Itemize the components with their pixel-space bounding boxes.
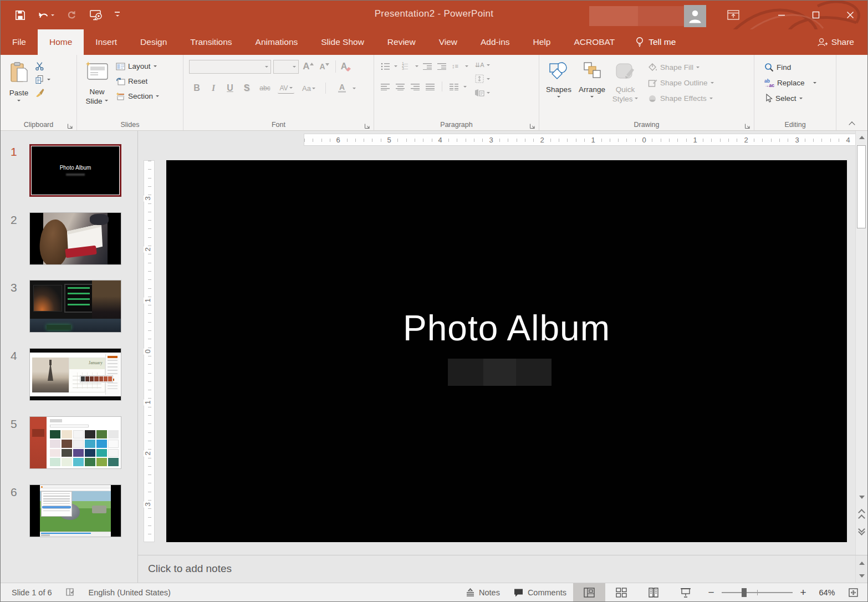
copy-dropdown-caret[interactable] [47, 79, 50, 82]
font-color-caret[interactable] [353, 88, 356, 91]
underline-button[interactable]: U [224, 83, 236, 94]
bullets-button[interactable] [380, 60, 391, 72]
tab-add-ins[interactable]: Add-ins [469, 29, 522, 55]
format-painter-button[interactable] [34, 87, 45, 98]
section-button[interactable]: Section [114, 89, 161, 103]
zoom-percentage[interactable]: 64% [813, 588, 841, 597]
select-button[interactable]: Select [762, 91, 834, 105]
editor-vertical-scrollbar[interactable] [855, 131, 867, 555]
ribbon-display-options-button[interactable] [724, 7, 743, 23]
tab-transitions[interactable]: Transitions [178, 29, 243, 55]
justify-button[interactable] [425, 81, 436, 92]
decrease-font-size-button[interactable]: A [318, 61, 331, 72]
italic-button[interactable]: I [208, 83, 219, 94]
align-text-button[interactable] [474, 73, 485, 84]
columns-caret[interactable] [463, 86, 467, 89]
scroll-up-button[interactable] [856, 131, 867, 143]
slide-3-thumbnail[interactable] [29, 280, 121, 333]
zoom-out-button[interactable]: − [706, 586, 716, 599]
reading-view-button[interactable] [637, 583, 670, 601]
line-spacing-button[interactable]: ↕≡ [451, 60, 462, 72]
shapes-button[interactable]: Shapes [543, 58, 575, 115]
slide-4-thumbnail[interactable]: January [29, 348, 121, 401]
zoom-slider-handle[interactable] [742, 588, 747, 597]
language-indicator[interactable]: English (United States) [82, 583, 177, 601]
zoom-in-button[interactable]: + [798, 586, 808, 599]
maximize-button[interactable] [799, 1, 833, 29]
layout-button[interactable]: Layout [114, 59, 161, 73]
arrange-button[interactable]: Arrange [575, 58, 609, 115]
numbering-caret[interactable] [415, 65, 418, 69]
shape-effects-button-disabled[interactable]: Shape Effects [646, 91, 716, 105]
slide-5-thumbnail[interactable] [29, 416, 121, 469]
horizontal-ruler[interactable]: 6 5 4 3 2 1 0 1 2 3 4 5 6 [304, 134, 868, 146]
bullets-caret[interactable] [394, 65, 397, 69]
notes-scroll-up[interactable] [856, 557, 867, 569]
account-avatar[interactable] [684, 5, 706, 27]
paste-button[interactable]: Paste [4, 58, 34, 115]
notes-placeholder[interactable]: Click to add notes [148, 563, 232, 575]
tab-file[interactable]: File [1, 29, 38, 55]
cut-button[interactable] [34, 60, 45, 72]
tab-help[interactable]: Help [522, 29, 563, 55]
shape-outline-button-disabled[interactable]: Shape Outline [646, 76, 716, 90]
tab-slide-show[interactable]: Slide Show [309, 29, 376, 55]
align-center-button[interactable] [395, 81, 406, 92]
tab-review[interactable]: Review [376, 29, 427, 55]
replace-button[interactable]: ab→ac Replace [762, 76, 834, 90]
tab-view[interactable]: View [427, 29, 469, 55]
notes-toggle-button[interactable]: Notes [459, 583, 507, 601]
text-direction-button[interactable]: ⇊A [474, 59, 485, 70]
spell-check-button[interactable] [59, 583, 82, 601]
previous-slide-button[interactable] [856, 509, 867, 521]
drawing-dialog-launcher[interactable] [744, 121, 751, 128]
strikethrough-button[interactable]: abc [258, 83, 272, 94]
fit-slide-to-window-button[interactable] [841, 583, 867, 601]
tab-insert[interactable]: Insert [84, 29, 129, 55]
zoom-slider-track[interactable] [722, 592, 793, 593]
replace-caret[interactable] [813, 82, 816, 85]
normal-view-button[interactable] [573, 583, 605, 601]
tab-acrobat[interactable]: ACROBAT [562, 29, 626, 55]
align-text-caret[interactable] [487, 78, 490, 81]
next-slide-button[interactable] [856, 526, 867, 538]
smartart-caret[interactable] [487, 92, 490, 95]
minimize-button[interactable] [764, 1, 799, 29]
align-right-button[interactable] [410, 81, 421, 92]
scroll-down-button[interactable] [856, 491, 867, 503]
slide-title-text[interactable]: Photo Album [166, 308, 847, 349]
slide-6-thumbnail[interactable] [29, 484, 121, 537]
slide-1-thumbnail[interactable]: Photo Album [29, 144, 121, 197]
shape-fill-button-disabled[interactable]: Shape Fill [646, 60, 716, 74]
bold-button[interactable]: B [191, 83, 202, 94]
tell-me-box[interactable]: Tell me [626, 29, 685, 55]
text-shadow-button[interactable]: S [241, 83, 252, 94]
clipboard-dialog-launcher[interactable] [67, 121, 74, 128]
slide-sorter-view-button[interactable] [605, 583, 637, 601]
font-name-combobox[interactable] [189, 60, 271, 74]
collapse-ribbon-button[interactable] [850, 119, 859, 127]
numbering-button[interactable]: 1—2—3— [401, 60, 412, 72]
character-spacing-button[interactable]: AV [278, 83, 294, 94]
copy-button[interactable] [34, 74, 45, 85]
slide-canvas[interactable]: Photo Album [166, 160, 847, 542]
font-dialog-launcher[interactable] [364, 121, 371, 128]
text-direction-caret[interactable] [487, 64, 490, 68]
slide-subtitle-redacted[interactable] [448, 359, 552, 386]
decrease-indent-button[interactable] [422, 60, 433, 72]
slide-show-view-button[interactable] [670, 583, 702, 601]
increase-font-size-button[interactable]: A [301, 61, 315, 72]
tab-animations[interactable]: Animations [244, 29, 310, 55]
notes-pane[interactable]: Click to add notes [138, 555, 867, 584]
vertical-ruler[interactable]: 3 2 1 0 1 2 3 [144, 160, 155, 542]
font-color-button[interactable]: A [334, 83, 350, 94]
tab-home[interactable]: Home [38, 29, 84, 55]
change-case-button[interactable]: Aa [300, 83, 318, 94]
increase-indent-button[interactable] [436, 60, 447, 72]
share-button[interactable]: Share [803, 29, 867, 55]
align-left-button[interactable] [380, 81, 391, 92]
tab-design[interactable]: Design [129, 29, 178, 55]
font-size-combobox[interactable] [273, 60, 299, 74]
slide-2-thumbnail[interactable] [29, 212, 121, 265]
new-slide-button[interactable]: NewSlide [80, 58, 114, 115]
